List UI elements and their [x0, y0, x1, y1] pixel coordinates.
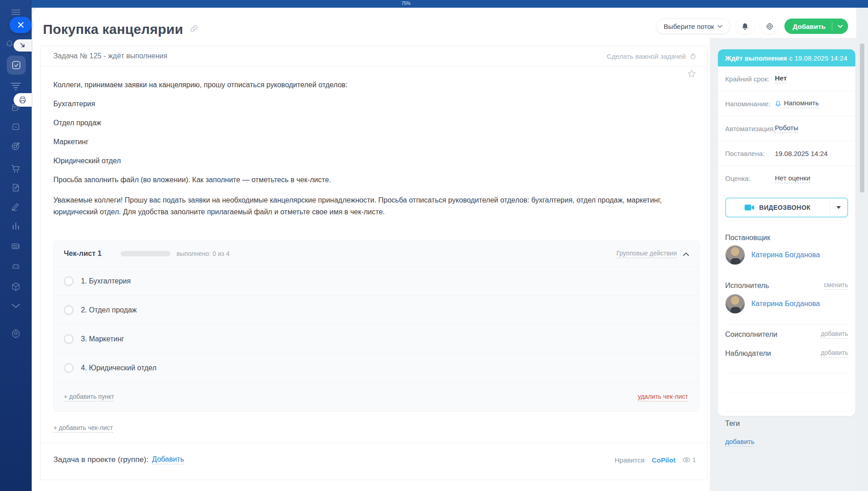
add-checklist-item-link[interactable]: + добавить пункт — [64, 393, 114, 401]
crm-target-icon[interactable] — [0, 141, 32, 151]
scrollbar[interactable] — [860, 43, 864, 193]
left-sidebar — [0, 0, 32, 491]
make-important-button[interactable]: Сделать важной задачей — [607, 52, 697, 60]
stream-select-label: Выберите поток — [664, 23, 714, 30]
copilot-link[interactable]: CoPilot — [652, 456, 676, 464]
checklist-block: Чек-лист 1 выполнено: 0 из 4 Групповые д… — [53, 241, 699, 411]
delete-checklist-link[interactable]: удалить чек-лист — [638, 393, 688, 401]
rating-value[interactable]: Нет оценки — [775, 174, 810, 183]
app-window: 75% — [0, 0, 868, 491]
checklist-item-label[interactable]: 3. Маркетинг — [81, 335, 124, 343]
contacts-card-icon[interactable] — [0, 242, 32, 251]
project-label: Задача в проекте (группе): — [53, 455, 148, 464]
tags-add-link[interactable]: добавить — [725, 438, 755, 447]
shop-cart-icon[interactable] — [0, 164, 32, 174]
automation-value[interactable]: Роботы — [775, 124, 798, 133]
observers-add-link[interactable]: добавить — [821, 349, 848, 358]
checklist-item-checkbox[interactable] — [64, 276, 74, 286]
marketplace-box-icon[interactable] — [0, 282, 32, 291]
settings-gear-button[interactable] — [760, 19, 779, 34]
reports-chart-icon[interactable] — [0, 222, 32, 231]
divider — [725, 324, 848, 325]
make-important-label: Сделать важной задачей — [607, 52, 686, 60]
avatar[interactable] — [725, 294, 745, 314]
ai-robot-icon[interactable] — [0, 262, 32, 271]
video-call-chevron-icon[interactable] — [829, 198, 847, 217]
close-icon[interactable] — [9, 17, 32, 33]
description-line: Юридический отдел — [53, 156, 695, 165]
chevron-down-icon — [717, 25, 722, 28]
notifications-bell-icon[interactable] — [736, 19, 755, 34]
status-badge: Ждёт выполнения с 19.08.2025 14:24 — [718, 49, 855, 66]
checklist-item: 3. Маркетинг — [54, 324, 699, 353]
coassignees-add-link[interactable]: добавить — [821, 330, 848, 339]
assignee-name-link[interactable]: Катерина Богданова — [751, 300, 820, 308]
feed-icon[interactable] — [0, 82, 32, 90]
creator-name-link[interactable]: Катерина Богданова — [751, 251, 820, 259]
tags-label: Теги — [725, 420, 740, 427]
video-call-button[interactable]: ВИДЕОЗВОНОК — [725, 198, 848, 217]
settings-gear-icon[interactable] — [0, 328, 32, 338]
add-checklist-link[interactable]: + добавить чек-лист — [53, 424, 113, 433]
task-number-status: Задача № 125 - ждёт выполнения — [53, 52, 167, 60]
coassignees-label: Соисполнители — [725, 330, 778, 339]
project-add-link[interactable]: Добавить — [152, 455, 184, 464]
print-icon[interactable] — [14, 93, 32, 107]
group-actions-link[interactable]: Групповые действия — [616, 250, 677, 258]
checklist-item-label[interactable]: 1. Бухгалтерия — [81, 277, 131, 285]
views-count: 1 — [692, 456, 696, 463]
divider — [725, 392, 848, 392]
checklist-item-checkbox[interactable] — [64, 334, 74, 344]
deadline-label: Крайний срок: — [725, 75, 772, 83]
zoom-indicator: 75% — [401, 1, 410, 6]
description-paragraph: Уважаемые коллеги! Прошу вас подать заяв… — [53, 194, 695, 218]
divider — [725, 430, 848, 431]
video-call-label: ВИДЕОЗВОНОК — [759, 204, 811, 211]
creator-person: Катерина Богданова — [725, 245, 848, 265]
checklist-item-label[interactable]: 4. Юридический отдел — [81, 364, 156, 372]
stream-select-button[interactable]: Выберите поток — [656, 19, 730, 34]
copy-link-icon[interactable] — [189, 24, 198, 35]
checklist-item-checkbox[interactable] — [64, 305, 74, 315]
flame-icon — [689, 52, 697, 60]
observers-row: Наблюдатели добавить — [725, 349, 848, 358]
add-button-chevron-icon[interactable] — [832, 25, 848, 28]
sign-pen-icon[interactable] — [0, 202, 32, 212]
add-button[interactable]: Добавить — [784, 19, 848, 34]
checklist-item-label[interactable]: 2. Отдел продаж — [81, 306, 137, 314]
checklist-progress-bar — [121, 251, 170, 256]
checklist-item-checkbox[interactable] — [64, 363, 74, 373]
divider — [41, 443, 708, 443]
status-text: Ждёт выполнения — [725, 54, 787, 62]
avatar[interactable] — [725, 245, 745, 265]
assignee-person: Катерина Богданова — [725, 294, 848, 314]
task-properties-panel: Ждёт выполнения с 19.08.2025 14:24 Крайн… — [718, 49, 855, 416]
collapse-arrow-icon[interactable] — [14, 39, 32, 52]
deadline-value[interactable]: Нет — [775, 74, 787, 83]
assignee-change-link[interactable]: сменить — [824, 281, 848, 290]
assignee-label: Исполнитель — [725, 282, 769, 290]
created-label: Поставлена: — [725, 150, 772, 157]
reminder-value[interactable]: Напомнить — [784, 99, 819, 108]
rating-label: Оценка: — [725, 175, 772, 182]
storage-icon[interactable] — [0, 122, 32, 131]
description-line: Просьба заполнить файл (во вложении). Ка… — [53, 175, 695, 184]
views-counter: 1 — [683, 456, 696, 463]
hamburger-menu-icon[interactable] — [0, 9, 32, 15]
tasks-icon[interactable] — [7, 56, 26, 75]
document-sign-icon[interactable] — [0, 183, 32, 193]
more-chevron-icon[interactable] — [0, 304, 32, 308]
like-link[interactable]: Нравится — [615, 456, 645, 464]
checklist-item: 1. Бухгалтерия — [54, 266, 699, 295]
task-description: Коллеги, принимаем заявки на канцелярию,… — [53, 80, 695, 228]
divider — [725, 411, 848, 411]
favorite-star-icon[interactable] — [687, 69, 697, 80]
status-since: с 19.08.2025 14:24 — [789, 54, 847, 62]
creator-section-header: Постановщик — [725, 234, 848, 242]
checklist-title[interactable]: Чек-лист 1 — [64, 250, 102, 258]
checklist-item: 4. Юридический отдел — [54, 353, 699, 382]
description-line: Бухгалтерия — [53, 99, 695, 109]
reminder-bell-icon — [775, 100, 781, 107]
description-line: Отдел продаж — [53, 118, 695, 127]
checklist-collapse-icon[interactable] — [683, 250, 689, 258]
